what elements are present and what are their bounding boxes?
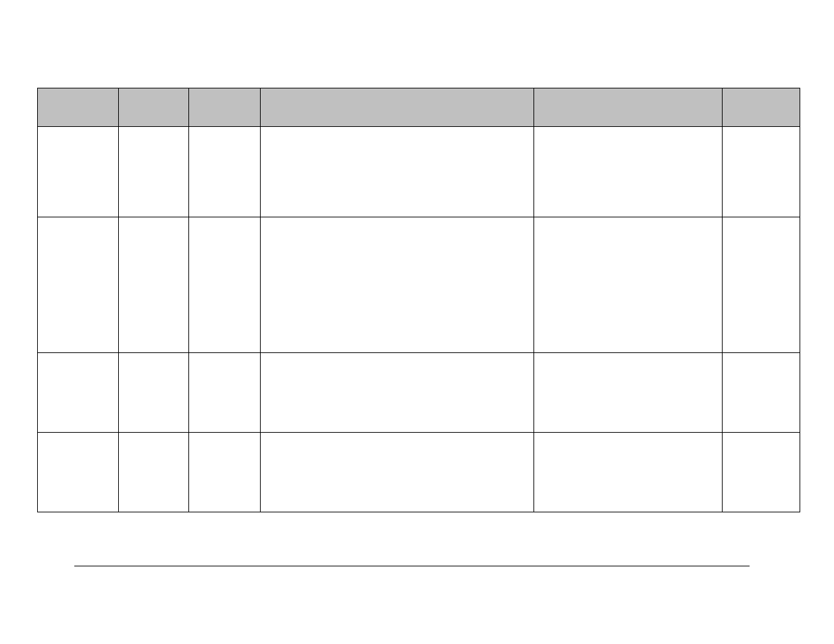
table-cell bbox=[534, 127, 723, 217]
table-cell bbox=[534, 217, 723, 353]
table-cell bbox=[261, 127, 534, 217]
cell-value bbox=[261, 433, 533, 441]
table-header-cell bbox=[119, 88, 189, 127]
data-table bbox=[37, 88, 800, 512]
cell-value bbox=[261, 353, 533, 361]
cell-value bbox=[189, 217, 260, 225]
cell-value bbox=[723, 127, 800, 135]
table-cell bbox=[38, 217, 119, 353]
table-cell bbox=[38, 433, 119, 512]
table-cell bbox=[189, 127, 261, 217]
cell-value bbox=[534, 127, 722, 135]
cell-value bbox=[189, 353, 260, 361]
table-cell bbox=[38, 127, 119, 217]
cell-value bbox=[38, 217, 118, 225]
table-header-cell bbox=[261, 88, 534, 127]
table-cell bbox=[261, 433, 534, 512]
table-header-cell bbox=[534, 88, 723, 127]
page bbox=[0, 0, 834, 644]
cell-value bbox=[119, 127, 188, 135]
cell-value bbox=[38, 127, 118, 135]
cell-value bbox=[261, 127, 533, 135]
table-cell bbox=[119, 217, 189, 353]
header-label bbox=[261, 88, 533, 97]
table-cell bbox=[723, 217, 800, 353]
table-cell bbox=[261, 217, 534, 353]
header-label bbox=[189, 88, 260, 97]
table-header-cell bbox=[723, 88, 800, 127]
table-cell bbox=[119, 353, 189, 433]
cell-value bbox=[534, 433, 722, 441]
table-header-row bbox=[38, 88, 800, 127]
table-cell bbox=[723, 433, 800, 512]
table-header-cell bbox=[38, 88, 119, 127]
table-cell bbox=[534, 433, 723, 512]
cell-value bbox=[261, 217, 533, 225]
table-cell bbox=[189, 433, 261, 512]
table-cell bbox=[189, 217, 261, 353]
table-header-cell bbox=[189, 88, 261, 127]
table-cell bbox=[119, 433, 189, 512]
header-label bbox=[534, 88, 722, 97]
header-label bbox=[119, 88, 188, 97]
table-container bbox=[37, 88, 800, 512]
cell-value bbox=[534, 217, 722, 225]
cell-value bbox=[723, 217, 800, 225]
cell-value bbox=[38, 433, 118, 441]
footer-divider bbox=[74, 566, 750, 566]
cell-value bbox=[723, 353, 800, 361]
cell-value bbox=[119, 433, 188, 441]
table-cell bbox=[189, 353, 261, 433]
cell-value bbox=[189, 433, 260, 441]
cell-value bbox=[534, 353, 722, 361]
table-row bbox=[38, 433, 800, 512]
table-cell bbox=[723, 353, 800, 433]
cell-value bbox=[119, 353, 188, 361]
table-row bbox=[38, 127, 800, 217]
table-row bbox=[38, 217, 800, 353]
header-label bbox=[38, 88, 118, 97]
cell-value bbox=[38, 353, 118, 361]
header-label bbox=[723, 88, 800, 97]
cell-value bbox=[119, 217, 188, 225]
table-row bbox=[38, 353, 800, 433]
table-cell bbox=[119, 127, 189, 217]
cell-value bbox=[189, 127, 260, 135]
table-cell bbox=[723, 127, 800, 217]
table-cell bbox=[38, 353, 119, 433]
table-cell bbox=[261, 353, 534, 433]
cell-value bbox=[723, 433, 800, 441]
table-cell bbox=[534, 353, 723, 433]
